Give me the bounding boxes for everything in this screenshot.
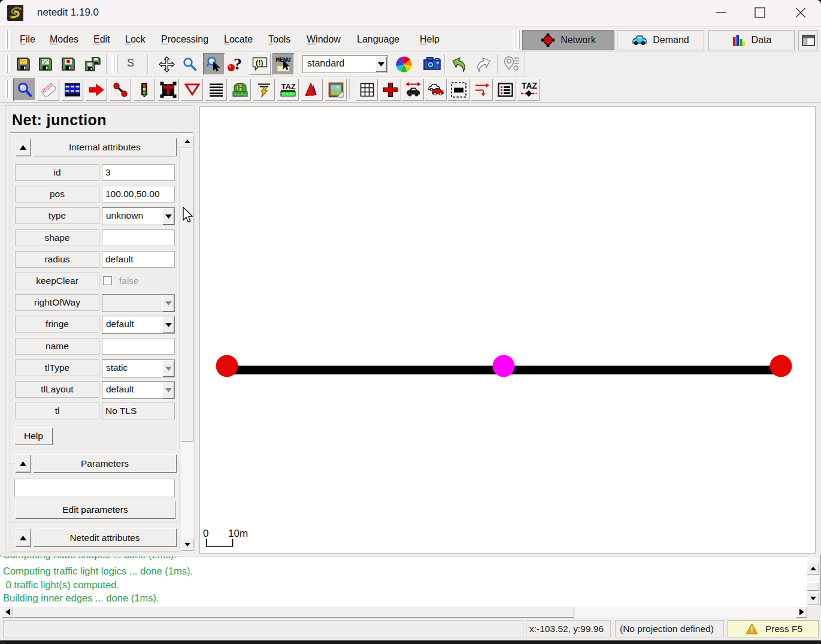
svg-text:?: ? bbox=[234, 55, 242, 73]
svg-text:TAZ: TAZ bbox=[281, 82, 295, 91]
svg-text:10m: 10m bbox=[228, 528, 248, 539]
svg-text:(!): (!) bbox=[256, 59, 263, 67]
svg-text:TAZ: TAZ bbox=[522, 81, 537, 90]
svg-text:0: 0 bbox=[203, 528, 208, 539]
svg-text:H: H bbox=[238, 84, 243, 92]
